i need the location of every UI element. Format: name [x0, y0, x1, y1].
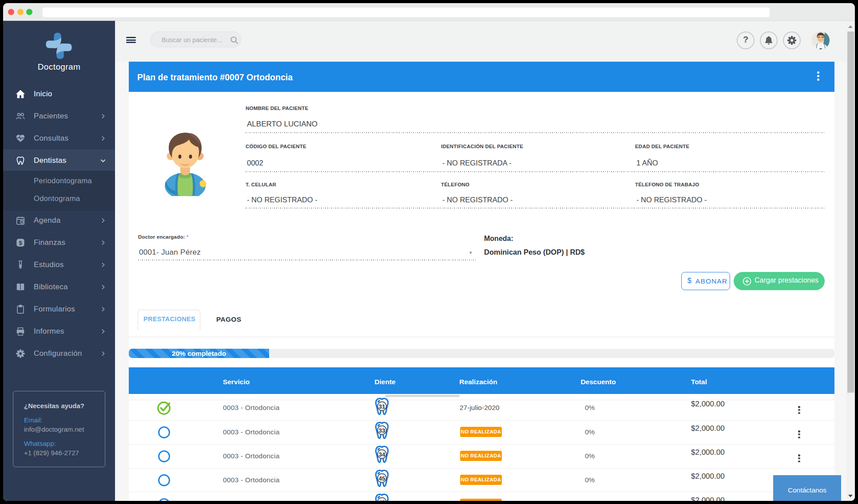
svg-text:48: 48 [378, 499, 385, 501]
svg-text:$: $ [19, 240, 22, 246]
svg-text:33: 33 [378, 427, 385, 434]
svg-text:45: 45 [378, 475, 385, 482]
svg-text:31: 31 [378, 403, 385, 410]
svg-text:34: 34 [378, 451, 385, 458]
